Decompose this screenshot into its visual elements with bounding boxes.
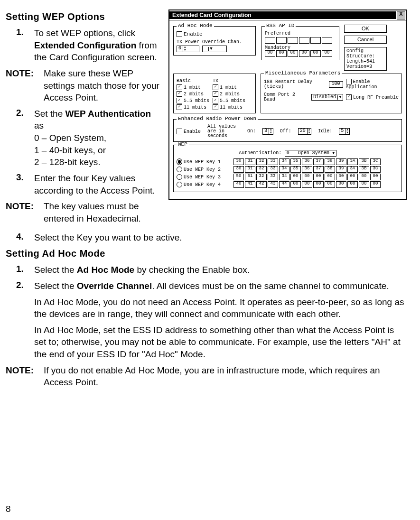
bss-preferred-label: Preferred [265, 31, 336, 36]
powerdown-enable-checkbox[interactable] [177, 129, 182, 134]
wep-hex-cell[interactable]: 42 [256, 181, 267, 188]
wep-hex-cell[interactable]: 00 [336, 174, 346, 180]
wep-hex-cell[interactable]: 33 [268, 174, 278, 180]
wep-hex-cell[interactable]: 00 [370, 181, 381, 188]
wep-hex-cell[interactable]: 36 [302, 158, 312, 165]
wep-key-radio[interactable] [177, 167, 182, 172]
tx-rate-checkbox[interactable]: ✓ [213, 84, 218, 90]
wep-key-row: Use WEP Key 440414243440000000000000000 [177, 181, 399, 188]
override-chan-select[interactable]: ▼ [202, 46, 227, 52]
wep-hex-cell[interactable]: 51 [245, 174, 255, 180]
close-icon[interactable]: X [397, 11, 405, 19]
wep-hex-cell[interactable]: 3A [347, 158, 358, 165]
wep-key-label: Use WEP Key 3 [184, 175, 221, 180]
wep-hex-cell[interactable]: 00 [336, 181, 346, 188]
step-text: To set WEP options, click Extended Confi… [34, 27, 163, 64]
wep-hex-cell[interactable]: 00 [302, 174, 312, 180]
wep-hex-cell[interactable]: 37 [313, 158, 324, 165]
wep-hex-cell[interactable]: 43 [268, 181, 278, 188]
wep-hex-cell[interactable]: 00 [302, 181, 312, 188]
wep-key-row: Use WEP Key 2303132333435363738393A3B3C [177, 166, 399, 173]
wep-key-radio[interactable] [177, 174, 182, 180]
on-spinner[interactable]: 3▲▼ [262, 128, 273, 135]
wep-hex-cell[interactable]: 34 [279, 174, 289, 180]
page-number: 8 [6, 504, 11, 514]
wep-hex-cell[interactable]: 39 [336, 166, 346, 173]
wep-hex-cell[interactable]: 50 [233, 174, 244, 180]
wep-hex-cell[interactable]: 00 [347, 174, 358, 180]
cancel-button[interactable]: Cancel [344, 36, 387, 44]
wep-hex-cell[interactable]: 00 [313, 174, 324, 180]
preamble-checkbox[interactable]: ✓ [346, 94, 352, 100]
enable-app-checkbox[interactable] [346, 79, 352, 84]
override-chan-label: Override Chan. [202, 40, 242, 45]
wep-hex-cell[interactable]: 38 [325, 166, 335, 173]
wep-hex-cell[interactable]: 35 [290, 158, 301, 165]
wep-hex-cell[interactable]: 00 [359, 174, 369, 180]
powerdown-label: Enhanced Radio Power Down [177, 116, 258, 121]
adhoc-enable-checkbox[interactable] [177, 31, 182, 37]
wep-hex-cell[interactable]: 00 [359, 181, 369, 188]
wep-hex-cell[interactable]: 00 [370, 174, 381, 180]
note-text: Make sure these WEP settings match those… [44, 67, 163, 104]
basic-label: Basic [177, 79, 210, 84]
wep-key-label: Use WEP Key 1 [184, 159, 221, 165]
wep-hex-cell[interactable]: 3B [359, 158, 369, 165]
commport-select[interactable]: Disabled▼ [311, 94, 343, 101]
wep-key-radio[interactable] [177, 182, 182, 187]
tx-label: Tx [213, 79, 245, 84]
wep-hex-cell[interactable]: 41 [245, 181, 255, 188]
bss-pref-cell[interactable] [265, 37, 275, 44]
ok-button[interactable]: OK [344, 25, 387, 33]
wep-hex-cell[interactable]: 39 [336, 158, 346, 165]
wep-hex-cell[interactable]: 00 [325, 181, 335, 188]
basic-rate-checkbox[interactable]: ✓ [177, 84, 182, 90]
bss-preferred-row [265, 37, 336, 44]
misc-group-label: Miscellaneous Parameters [264, 71, 342, 76]
restart-input[interactable]: 100 [329, 81, 343, 88]
off-spinner[interactable]: 20▲▼ [298, 128, 312, 135]
wep-hex-cell[interactable]: 34 [279, 166, 289, 173]
wep-hex-cell[interactable]: 3B [359, 166, 369, 173]
wep-hex-cell[interactable]: 38 [325, 158, 335, 165]
txpower-spinner[interactable]: 0▲▼ [177, 46, 199, 52]
wep-hex-cell[interactable]: 30 [233, 166, 244, 173]
wep-key-label: Use WEP Key 2 [184, 167, 221, 172]
wep-hex-cell[interactable]: 00 [290, 174, 301, 180]
wep-key-label: Use WEP Key 4 [184, 182, 221, 187]
wep-hex-cell[interactable]: 40 [233, 181, 244, 188]
wep-hex-cell[interactable]: 30 [233, 158, 244, 165]
wep-hex-cell[interactable]: 37 [313, 166, 324, 173]
wep-hex-cell[interactable]: 3A [347, 166, 358, 173]
adhoc-group-label: Ad Hoc Mode [177, 23, 214, 28]
wep-hex-cell[interactable]: 35 [290, 166, 301, 173]
heading-adhoc: Setting Ad Hoc Mode [6, 248, 407, 259]
wep-hex-cell[interactable]: 32 [256, 174, 267, 180]
wep-hex-cell[interactable]: 32 [256, 166, 267, 173]
wep-hex-cell[interactable]: 33 [268, 166, 278, 173]
auth-select[interactable]: 0 - Open System▼ [285, 150, 336, 157]
bss-group: BSS AP ID Preferred Mandatory 0000000000… [261, 26, 339, 60]
wep-key-radio[interactable] [177, 158, 182, 165]
idle-spinner[interactable]: 5▲▼ [339, 128, 350, 135]
adhoc-group: Ad Hoc Mode Enable TX Power 0▲▼ Override… [173, 26, 256, 56]
wep-hex-cell[interactable]: 33 [268, 158, 278, 165]
wep-hex-cell[interactable]: 31 [245, 158, 255, 165]
wep-hex-cell[interactable]: 3C [370, 166, 381, 173]
wep-hex-cell[interactable]: 00 [347, 181, 358, 188]
note-label: NOTE: [6, 67, 37, 104]
wep-hex-cell[interactable]: 32 [256, 158, 267, 165]
wep-hex-cell[interactable]: 44 [279, 181, 289, 188]
wep-hex-cell[interactable]: 3C [370, 158, 381, 165]
auth-label: Authentication: [239, 150, 281, 156]
bss-group-label: BSS AP ID [265, 23, 296, 28]
config-structure-box: Config Structure: Length=541 Version=3 [344, 47, 387, 71]
wep-hex-cell[interactable]: 00 [313, 181, 324, 188]
bss-mandatory-label: Mandatory [265, 46, 336, 50]
wep-hex-cell[interactable]: 00 [325, 174, 335, 180]
wep-hex-cell[interactable]: 31 [245, 166, 255, 173]
wep-hex-cell[interactable]: 00 [290, 181, 301, 188]
wep-hex-cell[interactable]: 34 [279, 158, 289, 165]
wep-hex-cell[interactable]: 36 [302, 166, 312, 173]
powerdown-group: Enhanced Radio Power Down Enable All val… [173, 119, 402, 142]
